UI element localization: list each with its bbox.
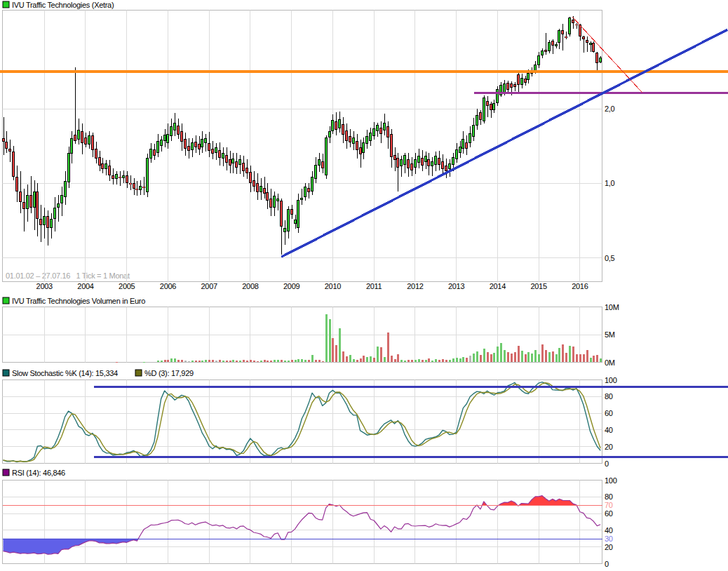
stochastic-axis-label: 80 (605, 392, 613, 401)
stock-chart-canvas: IVU Traffic Technologies (Xetra) IVU Tra… (0, 0, 728, 571)
candle-wick (562, 24, 563, 51)
rsi-overbought-fill (499, 501, 518, 505)
volume-bar (325, 314, 328, 362)
volume-bar (270, 361, 272, 362)
candle-body-fill (291, 210, 292, 214)
candle-body-fill (50, 220, 52, 227)
rsi-axis-label: 100 (605, 476, 617, 485)
candle-body-fill (191, 143, 193, 149)
candle-body-fill (20, 192, 21, 201)
volume-bar (322, 361, 324, 362)
volume-bar (353, 359, 355, 362)
candle-body-fill (102, 164, 103, 168)
volume-panel-title: IVU Traffic Technologies Volumen in Euro (12, 297, 145, 305)
rsi-axis-label: 60 (605, 509, 613, 518)
volume-bar (208, 360, 210, 362)
rsi-axis-label: 30 (605, 535, 613, 543)
volume-bar (483, 349, 485, 362)
candle-body-fill (445, 166, 447, 170)
price-panel-legend: IVU Traffic Technologies (Xetra) (3, 1, 114, 9)
volume-bar (487, 352, 489, 362)
stochastic-d-label: %D (3): 17,929 (144, 369, 194, 377)
volume-bar (428, 358, 430, 362)
candle-wick (75, 67, 76, 144)
volume-bar (555, 354, 558, 362)
candle-wick (137, 181, 137, 196)
volume-bar (507, 352, 509, 362)
candle-body-fill (212, 149, 213, 153)
candle-body-fill (68, 154, 69, 182)
candle-body-fill (267, 193, 268, 200)
candle-wick (587, 36, 588, 52)
volume-bar (198, 361, 201, 362)
candle-body-fill (143, 187, 144, 188)
candle-body-fill (164, 135, 166, 140)
year-axis-label: 2004 (77, 282, 93, 290)
candle-body-fill (95, 149, 97, 158)
candle-body-fill (136, 189, 137, 190)
candle-body-fill (288, 210, 289, 231)
volume-bar (459, 358, 461, 362)
candle-wick (31, 176, 32, 213)
candle-body-fill (140, 187, 141, 189)
candle-body-fill (541, 51, 543, 55)
year-axis-label: 2016 (572, 282, 588, 290)
candle-body-fill (61, 196, 62, 203)
candle-body-fill (411, 164, 412, 170)
candle-wick (120, 171, 121, 186)
volume-bar (284, 361, 286, 362)
candle-body-fill (335, 122, 337, 129)
candle-body-fill (284, 229, 285, 231)
candle-body-fill (58, 204, 59, 207)
year-axis-label: 2008 (242, 282, 258, 290)
volume-bar (250, 360, 252, 362)
volume-bar (462, 357, 464, 362)
volume-bar (473, 354, 475, 362)
volume-bar (281, 360, 283, 362)
volume-bar (304, 360, 306, 362)
volume-bar (174, 358, 176, 362)
volume-bar (569, 346, 571, 362)
candle-body-fill (452, 158, 454, 164)
candle-body-fill (3, 139, 4, 141)
volume-bar (339, 328, 341, 362)
volume-bar (565, 353, 567, 362)
candle-body-fill (208, 144, 210, 150)
candle-body-fill (232, 159, 234, 163)
volume-bar (514, 352, 516, 362)
candle-body-fill (339, 120, 340, 128)
volume-bar (452, 358, 454, 362)
volume-bar (184, 361, 187, 362)
candle-body-fill (270, 199, 271, 207)
volume-bar (518, 346, 520, 362)
candle-body-fill (27, 196, 28, 208)
candle-body-fill (476, 116, 478, 125)
candle-body-fill (521, 79, 523, 84)
candle-body-fill (356, 142, 358, 149)
candle-body-fill (6, 142, 7, 148)
rsi-panel-border (3, 481, 602, 564)
year-axis-label: 2003 (36, 282, 53, 290)
candle-body-fill (88, 136, 90, 144)
volume-bar (397, 354, 399, 362)
volume-bar (418, 359, 420, 362)
volume-bar (157, 361, 159, 362)
volume-bar (572, 347, 574, 362)
volume-bar (400, 360, 403, 362)
candle-body-fill (407, 160, 409, 168)
volume-bar (301, 359, 303, 362)
volume-bar (593, 356, 595, 362)
candle-body-fill (363, 143, 364, 152)
candle-body-fill (428, 160, 429, 166)
volume-bar (205, 360, 207, 362)
volume-bar (596, 355, 598, 362)
candle-body-fill (274, 196, 275, 207)
candle-body-fill (130, 183, 131, 184)
candle-body-fill (545, 51, 546, 51)
volume-bar (170, 358, 173, 362)
volume-bar (212, 360, 214, 362)
candle-body-fill (590, 43, 591, 44)
volume-bar (253, 361, 255, 362)
volume-bar (391, 356, 393, 362)
candle-body-fill (9, 149, 11, 151)
